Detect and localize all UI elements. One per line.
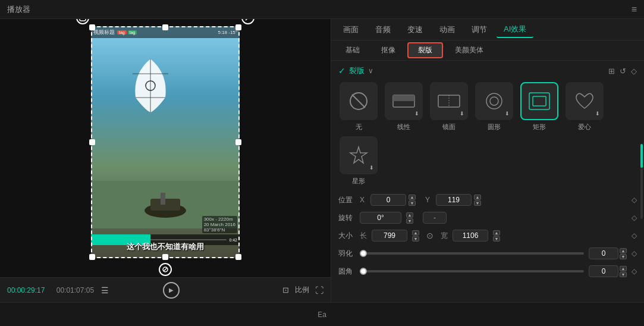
video-content: 视频标题 tag tag 5:18 -15° [91, 26, 240, 258]
section-actions: ⊞ ↺ ◇ [608, 67, 637, 76]
boat-svg [142, 190, 189, 220]
y-down[interactable]: ▼ [474, 200, 481, 206]
position-row: 位置 X ▲ ▼ Y ▲ ▼ ◇ [338, 194, 637, 206]
feather-value[interactable] [589, 247, 618, 259]
svg-rect-8 [161, 193, 165, 205]
link-icon[interactable]: ⊙ [426, 231, 433, 240]
player-panel: 视频标题 tag tag 5:18 -15° [0, 19, 331, 302]
effect-item-rect[interactable]: 矩形 [519, 82, 560, 131]
svg-line-10 [352, 95, 365, 108]
effect-icon-star[interactable]: ⬇ [340, 136, 378, 174]
feather-spinners: ▲ ▼ [620, 248, 627, 259]
tab-adjust[interactable]: 调节 [464, 22, 494, 37]
effect-item-star[interactable]: ⬇ 星形 [338, 136, 379, 186]
circle-download: ⬇ [505, 111, 510, 117]
corner-diamond[interactable]: ◇ [632, 267, 637, 275]
sub-tab-basic[interactable]: 基础 [336, 43, 369, 57]
corner-thumb[interactable] [360, 268, 367, 275]
scrollbar-thumb[interactable] [640, 144, 643, 168]
effect-item-linear[interactable]: ⬇ 线性 [384, 82, 424, 131]
x-up[interactable]: ▲ [409, 195, 416, 200]
effect-item-circle[interactable]: ⬇ 圆形 [474, 82, 514, 131]
feather-diamond[interactable]: ◇ [632, 249, 637, 258]
section-checkbox[interactable]: ✓ [338, 66, 345, 76]
menu-icon[interactable]: ≡ [632, 4, 637, 15]
star-download: ⬇ [369, 165, 374, 171]
linear-icon [392, 92, 416, 110]
corner-track[interactable] [360, 270, 584, 272]
svg-rect-0 [80, 19, 86, 21]
width-label: 长 [360, 231, 367, 241]
w-up[interactable]: ▲ [412, 230, 419, 236]
rot-up[interactable]: ▲ [406, 212, 413, 218]
player-controls: 00:00:29:17 00:01:07:05 ☰ ▶ ⊡ 比例 ⛶ [0, 277, 331, 302]
rot-down[interactable]: ▼ [406, 218, 413, 224]
video-time-right: 5:18 -15° [218, 30, 237, 35]
tab-speed[interactable]: 变速 [400, 22, 430, 37]
effect-icon-heart[interactable]: ⬇ [566, 82, 604, 120]
position-x-group: X ▲ ▼ [360, 194, 416, 206]
sub-tab-lieban[interactable]: 裂版 [407, 42, 443, 58]
h-up[interactable]: ▲ [493, 230, 500, 236]
feather-track[interactable] [360, 252, 584, 255]
corner-icon-tr[interactable] [241, 19, 255, 24]
sub-tabs-row: 基础 抠像 裂版 美颜美体 [331, 40, 644, 61]
rotation-diamond[interactable]: ◇ [632, 214, 637, 222]
x-down[interactable]: ▼ [409, 200, 416, 206]
time-separator [49, 286, 51, 294]
width-input[interactable] [372, 230, 407, 242]
position-x-input[interactable] [370, 194, 406, 206]
position-diamond[interactable]: ◇ [632, 196, 637, 204]
effect-item-none[interactable]: 无 [338, 82, 379, 131]
tab-audio[interactable]: 音频 [368, 22, 398, 37]
rotation-secondary[interactable] [423, 212, 447, 224]
linear-download: ⬇ [414, 111, 419, 117]
tab-ai-effects[interactable]: AI效果 [497, 21, 533, 38]
corner-value[interactable] [589, 265, 618, 277]
feather-up[interactable]: ▲ [620, 248, 627, 253]
list-icon[interactable]: ☰ [101, 286, 109, 295]
toolbar-item-ea[interactable]: Ea [318, 311, 326, 319]
feather-row: 羽化 ▲ ▼ ◇ [338, 247, 637, 259]
corner-up[interactable]: ▲ [620, 266, 627, 271]
h-down[interactable]: ▼ [493, 236, 500, 242]
action-grid-icon[interactable]: ⊞ [608, 67, 615, 76]
play-button[interactable]: ▶ [163, 282, 180, 299]
position-y-input[interactable] [436, 194, 472, 206]
action-diamond-icon[interactable]: ◇ [631, 67, 637, 76]
corner-icon-tl[interactable] [76, 19, 89, 24]
rotation-input[interactable] [360, 212, 401, 224]
effect-icon-rect[interactable] [520, 82, 558, 120]
effect-icon-circle[interactable]: ⬇ [475, 82, 513, 120]
x-axis-label: X [360, 196, 368, 204]
fit-icon[interactable]: ⊡ [282, 286, 289, 294]
ratio-label[interactable]: 比例 [295, 285, 309, 295]
corner-down[interactable]: ▼ [620, 272, 627, 277]
y-up[interactable]: ▲ [474, 195, 481, 200]
effect-icon-none[interactable] [340, 82, 378, 120]
height-input[interactable] [453, 230, 488, 242]
effect-item-mirror[interactable]: ⬇ 镜面 [429, 82, 469, 131]
tab-animation[interactable]: 动画 [432, 22, 462, 37]
effect-icon-linear[interactable]: ⬇ [385, 82, 423, 120]
fullscreen-icon[interactable]: ⛶ [315, 286, 323, 295]
x-spinners: ▲ ▼ [409, 195, 416, 206]
effect-item-heart[interactable]: ⬇ 爱心 [564, 82, 605, 131]
feather-down[interactable]: ▼ [620, 254, 627, 259]
corner-icon-bc[interactable] [159, 263, 172, 276]
scrollbar[interactable] [640, 144, 643, 219]
effect-icon-mirror[interactable]: ⬇ [430, 82, 468, 120]
sub-tab-beauty[interactable]: 美颜美体 [445, 43, 493, 57]
sub-tab-cutout[interactable]: 抠像 [372, 43, 405, 57]
feather-thumb[interactable] [360, 250, 367, 257]
size-diamond[interactable]: ◇ [632, 231, 637, 240]
svg-rect-18 [533, 96, 546, 106]
w-down[interactable]: ▼ [412, 236, 419, 242]
effect-label-star: 星形 [352, 177, 365, 186]
tab-picture[interactable]: 画面 [336, 22, 366, 37]
video-preview-wrapper[interactable]: 视频标题 tag tag 5:18 -15° [91, 26, 240, 258]
vc-progress-bar[interactable] [99, 239, 227, 240]
size-overlay: 300x - 2220m20 March 201683°38'6"N [202, 216, 237, 233]
action-reset-icon[interactable]: ↺ [620, 67, 626, 76]
section-arrow[interactable]: ∨ [368, 67, 373, 75]
